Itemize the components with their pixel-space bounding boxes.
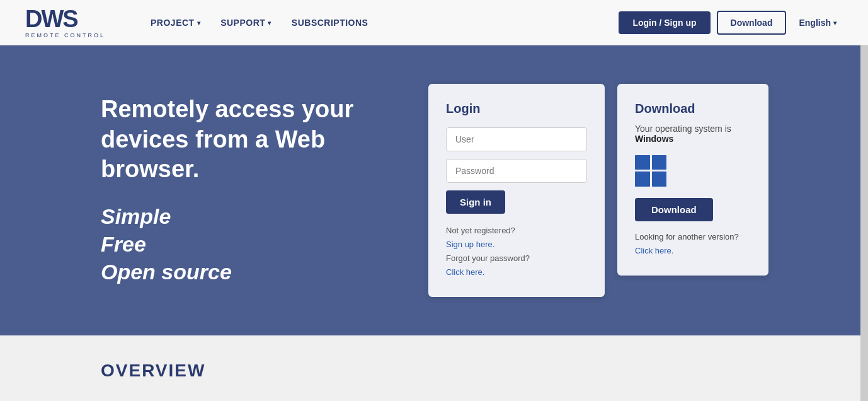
chevron-down-icon: ▾ [268,20,271,26]
hero-cards: Login Sign in Not yet registered? Sign u… [428,84,768,297]
another-version-text: Looking for another version? Click here. [635,230,751,258]
password-input[interactable] [446,159,587,183]
hero-section: Remotely access your devices from a Web … [0,45,868,335]
scrollbar[interactable] [860,0,868,393]
hero-tagline: Simple Free Open source [101,202,403,286]
chevron-down-icon: ▾ [197,20,201,26]
login-card-title: Login [446,102,587,116]
language-selector[interactable]: English ▾ [792,13,843,33]
download-button[interactable]: Download [635,198,713,221]
download-card: Download Your operating system is Window… [617,84,768,276]
forgot-password-text: Forgot your password? [446,253,530,263]
win-square-bl [635,171,650,187]
nav-subscriptions[interactable]: SUBSCRIPTIONS [284,13,376,33]
download-nav-button[interactable]: Download [717,11,787,35]
tagline-opensource: Open source [101,258,403,286]
another-version-link[interactable]: Click here. [635,246,673,255]
win-square-tr [652,155,667,170]
not-registered-text: Not yet registered? [446,226,515,235]
win-square-br [652,171,667,187]
navbar: DWS REMOTE CONTROL PROJECT ▾ SUPPORT ▾ S… [0,0,868,45]
signup-link[interactable]: Sign up here. [446,240,494,249]
hero-title: Remotely access your devices from a Web … [101,95,403,185]
windows-icon [635,155,666,187]
forgot-click-here-link[interactable]: Click here. [446,267,484,277]
user-input[interactable] [446,127,587,151]
nav-support[interactable]: SUPPORT ▾ [213,13,279,33]
download-card-title: Download [635,102,751,116]
chevron-down-icon: ▾ [833,20,837,26]
win-square-tl [635,155,650,170]
logo[interactable]: DWS REMOTE CONTROL [25,7,105,38]
signin-button[interactable]: Sign in [446,190,505,214]
nav-links: PROJECT ▾ SUPPORT ▾ SUBSCRIPTIONS [143,13,619,33]
hero-text: Remotely access your devices from a Web … [101,95,403,286]
nav-project[interactable]: PROJECT ▾ [143,13,208,33]
tagline-simple: Simple [101,202,403,230]
tagline-free: Free [101,230,403,258]
card-links: Not yet registered? Sign up here. Forgot… [446,224,587,279]
login-signup-button[interactable]: Login / Sign up [619,11,710,34]
logo-sub: REMOTE CONTROL [25,32,105,38]
os-text: Your operating system is Windows [635,124,751,144]
overview-section: OVERVIEW [0,335,868,393]
overview-title: OVERVIEW [101,361,767,381]
login-card: Login Sign in Not yet registered? Sign u… [428,84,605,297]
os-name: Windows [635,134,673,144]
logo-text: DWS [25,7,105,31]
navbar-actions: Login / Sign up Download English ▾ [619,11,843,35]
